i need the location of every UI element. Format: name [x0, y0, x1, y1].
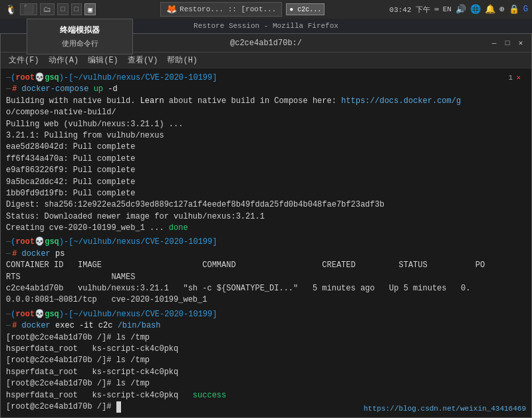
- terminal-taskbar-btn[interactable]: ▣: [84, 3, 96, 15]
- menu-help[interactable]: 帮助(H): [163, 53, 201, 67]
- window-btn-1[interactable]: ⬛: [20, 3, 37, 15]
- output-line-5: eae5d284042d: Pull complete: [6, 142, 526, 153]
- ps-row-1: c2ce4ab1d70b vulhub/nexus:3.21.1 "sh -c …: [6, 283, 526, 294]
- notif-icon: 🔔: [485, 4, 495, 15]
- network-icon: 🌐: [470, 4, 481, 15]
- lock-icon: 🔒: [509, 4, 519, 15]
- menu-bar: 文件(F) 动作(A) 编辑(E) 查看(V) 帮助(H): [1, 52, 531, 68]
- prompt-line-1: — (root💀gsq)-[~/vulhub/nexus/CVE-2020-10…: [6, 72, 526, 84]
- maximize-button[interactable]: □: [502, 38, 513, 49]
- exec-line-5: [root@c2ce4ab1d70b /]# ls /tmp: [6, 378, 526, 389]
- firefox-tab-label: Restoro... :: [root...: [180, 5, 276, 13]
- taskbar-time: 03:42 下午: [390, 5, 431, 15]
- penguin-icon[interactable]: 🐧: [4, 3, 17, 16]
- keyboard-icon: ⌨: [434, 5, 439, 14]
- lang-label: EN: [443, 5, 452, 13]
- output-line-11: Status: Downloaded newer image for vulhu…: [6, 211, 526, 223]
- cmd-line-3: — # docker exec -it c2c /bin/bash: [6, 320, 526, 332]
- ps-row-2: 0.0.0:8081→8081/tcp cve-2020-10199_web_1: [6, 294, 526, 306]
- tooltip-subtitle: 使用命令行: [34, 39, 126, 49]
- close-button[interactable]: ✕: [515, 38, 526, 49]
- status-url: https://blog.csdn.net/weixin_43416469: [364, 404, 526, 415]
- output-line-2: o/compose-native-build/: [6, 107, 526, 118]
- terminal-tooltip: 终端模拟器 使用命令行: [27, 19, 133, 54]
- terminal-tab-label: ● c2c...: [289, 6, 321, 13]
- taskbar-center: 🦊 Restoro... :: [root... ● c2c...: [98, 2, 387, 17]
- window-btn-3[interactable]: □: [57, 3, 68, 15]
- exec-line-1: [root@c2ce4ab1d70b /]# ls /tmp: [6, 332, 526, 344]
- terminal-content: — (root💀gsq)-[~/vulhub/nexus/CVE-2020-10…: [1, 68, 531, 417]
- terminal-tab[interactable]: ● c2c...: [286, 3, 325, 15]
- minimize-button[interactable]: —: [489, 38, 499, 49]
- taskbar-right: 03:42 下午 ⌨ EN 🔊 🌐 🔔 ⊕ 🔒 G: [390, 4, 528, 15]
- output-line-1: Building with native build. Learn about …: [6, 96, 526, 107]
- output-line-7: e9af863226f9: Pull complete: [6, 165, 526, 176]
- line-number-1: 1: [508, 73, 513, 84]
- exec-line-6: hsperfdata_root ks-script-ck4c0pkq succe…: [6, 390, 526, 401]
- g-icon: G: [523, 5, 528, 14]
- menu-edit[interactable]: 编辑(E): [84, 53, 122, 67]
- ps-header: CONTAINER ID IMAGE COMMAND CREATED STATU…: [6, 260, 526, 271]
- terminal-title: @c2ce4ab1d70b:/: [180, 39, 353, 48]
- taskbar: 🐧 ⬛ 🗂 □ □ ▣ 🦊 Restoro... :: [root... ● c…: [0, 0, 532, 19]
- menu-file[interactable]: 文件(F): [5, 53, 43, 67]
- menu-action[interactable]: 动作(A): [45, 53, 83, 67]
- window-btn-2[interactable]: 🗂: [40, 3, 55, 15]
- terminal-window: @c2ce4ab1d70b:/ — □ ✕ 文件(F) 动作(A) 编辑(E) …: [0, 33, 532, 418]
- output-line-8: 9a5bca2ddc42: Pull complete: [6, 177, 526, 188]
- plus-icon: ⊕: [499, 4, 505, 15]
- output-line-10: Digest: sha256:12e922ea25dc93ed889c127a1…: [6, 199, 526, 211]
- menu-view[interactable]: 查看(V): [124, 53, 162, 67]
- window-btn-4[interactable]: □: [71, 3, 82, 15]
- ps-header-2: RTS NAMES: [6, 272, 526, 283]
- tooltip-title: 终端模拟器: [34, 25, 126, 36]
- exec-line-4: hsperfdata_root ks-script-ck4c0pkq: [6, 367, 526, 378]
- output-line-6: ff6f434a470a: Pull complete: [6, 154, 526, 165]
- prompt-line-3: — (root💀gsq)-[~/vulhub/nexus/CVE-2020-10…: [6, 309, 526, 320]
- close-x-1: ✕: [516, 73, 521, 84]
- output-line-12: Creating cve-2020-10199_web_1 ... done: [6, 223, 526, 234]
- output-line-4: 3.21.1: Pulling from vulhub/nexus: [6, 130, 526, 142]
- output-line-9: 1bb0fd9d19fb: Pull complete: [6, 188, 526, 199]
- output-line-3: Pulling web (vulhub/nexus:3.21.1) ...: [6, 119, 526, 130]
- volume-icon: 🔊: [456, 4, 466, 15]
- prompt-line-2: — (root💀gsq)-[~/vulhub/nexus/CVE-2020-10…: [6, 237, 526, 248]
- firefox-tab[interactable]: 🦊 Restoro... :: [root...: [160, 2, 282, 17]
- exec-line-3: [root@c2ce4ab1d70b /]# ls /tmp: [6, 355, 526, 366]
- exec-line-2: hsperfdata_root ks-script-ck4c0pkq: [6, 344, 526, 355]
- cmd-line-1: — # docker-compose up -d: [6, 84, 526, 95]
- cmd-line-2: — # docker ps: [6, 249, 526, 260]
